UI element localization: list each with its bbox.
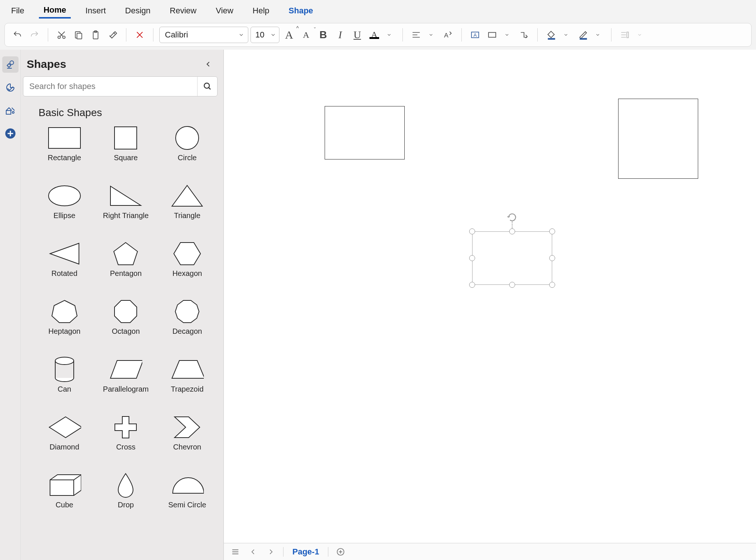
- text-direction-button[interactable]: A: [441, 27, 455, 42]
- page-list-button[interactable]: [230, 546, 241, 557]
- svg-text:A: A: [474, 32, 477, 38]
- add-page-button[interactable]: [335, 546, 346, 557]
- panel-title: Shapes: [27, 58, 66, 70]
- svg-text:A: A: [444, 32, 448, 39]
- shape-heptagon[interactable]: Heptagon: [36, 300, 93, 355]
- menubar: File Home Insert Design Review View Help…: [0, 0, 756, 22]
- svg-point-14: [12, 112, 14, 113]
- svg-point-1: [63, 36, 65, 39]
- delete-button[interactable]: [132, 27, 147, 42]
- arrange-button[interactable]: [617, 27, 632, 42]
- undo-button[interactable]: [10, 27, 25, 42]
- shape-decagon[interactable]: Decagon: [158, 300, 216, 355]
- arrange-more-button[interactable]: [632, 27, 647, 42]
- format-painter-button[interactable]: [105, 27, 120, 42]
- shapes-search-box[interactable]: [23, 76, 218, 96]
- shape-ellipse[interactable]: Ellipse: [36, 184, 93, 240]
- resize-handle-bl[interactable]: [469, 282, 475, 288]
- fill-color-button[interactable]: [544, 27, 558, 42]
- resize-handle-tm[interactable]: [509, 228, 515, 234]
- resize-handle-tl[interactable]: [469, 228, 475, 234]
- shape-semi-circle[interactable]: Semi Circle: [158, 473, 216, 529]
- rotate-handle[interactable]: [507, 212, 517, 223]
- shape-chevron[interactable]: Chevron: [158, 415, 216, 471]
- menu-home[interactable]: Home: [39, 3, 70, 19]
- font-size-value: 10: [255, 30, 264, 40]
- status-bar: Page-1: [224, 543, 756, 560]
- shape-pentagon[interactable]: Pentagon: [97, 242, 155, 297]
- panel-collapse-button[interactable]: [202, 58, 215, 70]
- shape-drop[interactable]: Drop: [97, 473, 155, 529]
- shape-cube[interactable]: Cube: [36, 473, 93, 529]
- rectangle-shape-button[interactable]: [485, 27, 500, 42]
- font-color-button[interactable]: A: [367, 27, 382, 42]
- shape-rotated-triangle[interactable]: Rotated: [36, 242, 93, 297]
- shape-right-triangle[interactable]: Right Triangle: [97, 184, 155, 240]
- rail-design-button[interactable]: [2, 102, 19, 119]
- page-tab[interactable]: Page-1: [290, 547, 321, 557]
- menu-shape-context[interactable]: Shape: [284, 4, 318, 18]
- shape-gallery-more-button[interactable]: [500, 27, 514, 42]
- line-color-more-button[interactable]: [590, 27, 605, 42]
- paste-button[interactable]: [88, 27, 103, 42]
- shape-rectangle[interactable]: Rectangle: [36, 126, 93, 182]
- resize-handle-br[interactable]: [549, 282, 555, 288]
- shape-triangle[interactable]: Triangle: [158, 184, 216, 240]
- shapes-search-button[interactable]: [197, 77, 217, 96]
- copy-button[interactable]: [71, 27, 86, 42]
- svg-rect-8: [488, 33, 496, 37]
- menu-help[interactable]: Help: [248, 4, 274, 18]
- resize-handle-mr[interactable]: [549, 255, 555, 261]
- canvas-rectangle-1[interactable]: [325, 106, 405, 159]
- shrink-font-button[interactable]: Aˇ: [299, 27, 314, 42]
- shape-square[interactable]: Square: [97, 126, 155, 182]
- shapes-panel: Shapes Basic Shapes Rectangle Square Cir…: [21, 50, 224, 560]
- menu-insert[interactable]: Insert: [81, 4, 110, 18]
- menu-design[interactable]: Design: [121, 4, 155, 18]
- panel-section-title: Basic Shapes: [21, 105, 223, 126]
- canvas-square-1[interactable]: [618, 99, 698, 179]
- shape-parallelogram[interactable]: Parallelogram: [97, 358, 155, 413]
- shape-can[interactable]: Can: [36, 358, 93, 413]
- resize-handle-tr[interactable]: [549, 228, 555, 234]
- canvas-selected-shape[interactable]: [472, 231, 552, 285]
- drawing-canvas[interactable]: [224, 50, 756, 543]
- bold-button[interactable]: B: [316, 27, 331, 42]
- rail-add-button[interactable]: [2, 125, 19, 142]
- underline-button[interactable]: U: [350, 27, 365, 42]
- redo-button[interactable]: [27, 27, 42, 42]
- svg-rect-10: [580, 38, 587, 40]
- next-page-button[interactable]: [265, 546, 276, 557]
- resize-handle-bm[interactable]: [509, 282, 515, 288]
- rail-shapes-button[interactable]: [2, 56, 19, 73]
- font-color-more-button[interactable]: [382, 27, 397, 42]
- side-rail: [0, 50, 21, 560]
- svg-point-16: [204, 83, 209, 88]
- connector-button[interactable]: [517, 27, 531, 42]
- font-size-select[interactable]: 10: [251, 27, 279, 43]
- shapes-search-input[interactable]: [23, 82, 197, 91]
- shape-cross[interactable]: Cross: [97, 415, 155, 471]
- font-family-select[interactable]: Calibri: [159, 27, 248, 43]
- ribbon-toolbar: Calibri 10 A^ Aˇ B I U A A A: [4, 23, 752, 47]
- shape-circle[interactable]: Circle: [158, 126, 216, 182]
- line-color-button[interactable]: [576, 27, 590, 42]
- resize-handle-ml[interactable]: [469, 255, 475, 261]
- grow-font-button[interactable]: A^: [282, 27, 296, 42]
- align-more-button[interactable]: [424, 27, 438, 42]
- align-button[interactable]: [409, 27, 424, 42]
- shape-hexagon[interactable]: Hexagon: [158, 242, 216, 297]
- shape-trapezoid[interactable]: Trapezoid: [158, 358, 216, 413]
- menu-review[interactable]: Review: [165, 4, 201, 18]
- italic-button[interactable]: I: [333, 27, 348, 42]
- shape-octagon[interactable]: Octagon: [97, 300, 155, 355]
- prev-page-button[interactable]: [248, 546, 259, 557]
- menu-view[interactable]: View: [211, 4, 238, 18]
- shape-diamond[interactable]: Diamond: [36, 415, 93, 471]
- menu-file[interactable]: File: [7, 4, 29, 18]
- cut-button[interactable]: [54, 27, 69, 42]
- svg-rect-2: [77, 33, 82, 39]
- fill-color-more-button[interactable]: [558, 27, 573, 42]
- rail-data-button[interactable]: [2, 79, 19, 96]
- text-box-button[interactable]: A: [468, 27, 483, 42]
